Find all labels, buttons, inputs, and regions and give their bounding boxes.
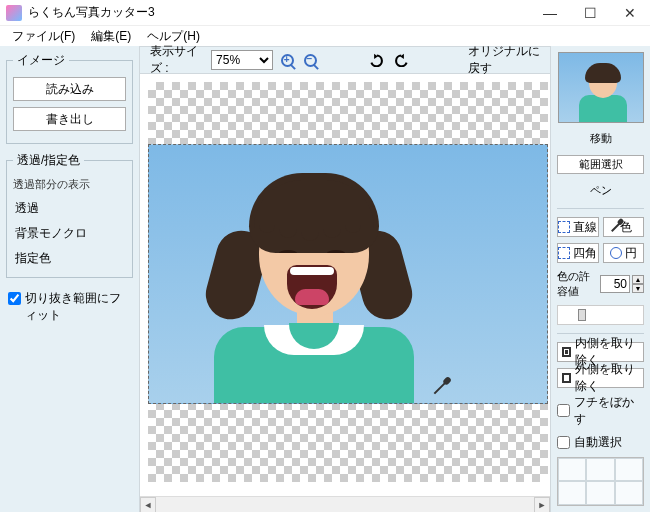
zoom-in-icon [281,54,294,67]
maximize-button[interactable]: ☐ [570,0,610,26]
line-icon [558,221,570,233]
image-group-label: イメージ [13,52,69,69]
load-button[interactable]: 読み込み [13,77,126,101]
range-select-button[interactable]: 範囲選択 [557,155,644,175]
color-picker-button[interactable]: 色 [603,217,645,237]
auto-select-label: 自動選択 [574,434,622,451]
fit-crop-label: 切り抜き範囲にフィット [25,290,131,324]
move-tool-button[interactable]: 移動 [557,129,644,149]
auto-select-checkbox[interactable] [557,436,570,449]
fit-crop-checkbox[interactable] [8,292,21,305]
rect-icon [558,247,570,259]
tolerance-slider[interactable] [557,305,644,325]
zoom-out-button[interactable] [302,49,319,71]
tolerance-up-button[interactable]: ▲ [632,275,644,284]
blur-edge-checkbox[interactable] [557,404,570,417]
alignment-grid[interactable] [557,457,644,506]
remove-inside-button[interactable]: 内側を取り除く [557,342,644,362]
pen-tool-button[interactable]: ペン [557,180,644,200]
outside-icon [562,373,571,383]
horizontal-scrollbar[interactable]: ◄ ► [140,496,550,512]
circle-tool-button[interactable]: 円 [603,243,645,263]
option-transparent[interactable]: 透過 [13,196,126,221]
scroll-right-icon[interactable]: ► [534,497,550,512]
zoom-in-button[interactable] [279,49,296,71]
zoom-select[interactable]: 75% [211,50,273,70]
canvas-area[interactable] [140,74,550,496]
close-button[interactable]: ✕ [610,0,650,26]
photo-content[interactable] [148,144,548,404]
tolerance-down-button[interactable]: ▼ [632,284,644,293]
option-background-mono[interactable]: 背景モノクロ [13,221,126,246]
menu-edit[interactable]: 編集(E) [83,26,139,47]
option-specified-color[interactable]: 指定色 [13,246,126,271]
menu-file[interactable]: ファイル(F) [4,26,83,47]
tolerance-label: 色の許容値 [557,269,598,299]
scroll-left-icon[interactable]: ◄ [140,497,156,512]
undo-button[interactable] [364,49,386,71]
line-tool-button[interactable]: 直線 [557,217,599,237]
circle-icon [610,247,622,259]
remove-outside-button[interactable]: 外側を取り除く [557,368,644,388]
transparency-group-label: 透過/指定色 [13,152,84,169]
rect-tool-button[interactable]: 四角 [557,243,599,263]
zoom-out-icon [304,54,317,67]
zoom-size-label: 表示サイズ : [150,43,201,77]
window-title: らくちん写真カッター3 [28,4,530,21]
thumbnail-preview [558,52,644,123]
export-button[interactable]: 書き出し [13,107,126,131]
app-icon [6,5,22,21]
inside-icon [562,347,571,357]
transparency-sublabel: 透過部分の表示 [13,177,126,192]
redo-button[interactable] [392,49,414,71]
blur-edge-label: フチをぼかす [574,394,644,428]
eyedropper-cursor-icon [434,382,447,395]
minimize-button[interactable]: — [530,0,570,26]
tolerance-input[interactable] [600,275,630,293]
